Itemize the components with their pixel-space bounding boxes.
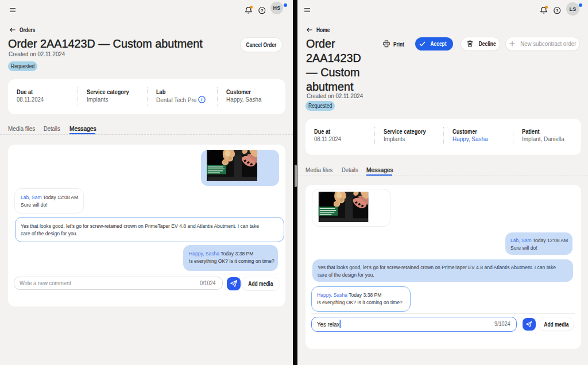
svg-text:?: ? — [556, 7, 559, 13]
svg-text:?: ? — [261, 7, 264, 13]
